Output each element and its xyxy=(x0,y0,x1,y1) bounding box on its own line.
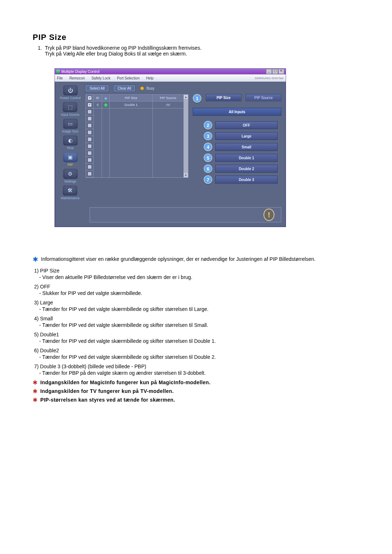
list-title: OFF xyxy=(40,284,50,290)
list-desc: - Tænder for PIP ved det valgte skærmbil… xyxy=(39,306,363,312)
callout-1: 1 xyxy=(193,94,201,103)
star-red-icon: ✱ xyxy=(33,388,37,395)
option-small[interactable]: Small xyxy=(215,143,278,151)
info-paragraph: Informationsgitteret viser en række grun… xyxy=(41,256,315,263)
note-magicinfo: Indgangskilden for MagicInfo fungerer ku… xyxy=(40,379,211,386)
list-desc: - Tænder for PIP ved det valgte skærmbil… xyxy=(39,322,363,328)
sidebar-item-maintenance[interactable]: 🛠Maintenance xyxy=(61,185,80,200)
list-title: Double2 xyxy=(40,348,59,353)
callout-7: 7 xyxy=(204,175,212,184)
imagesize-icon: ▭ xyxy=(63,119,78,129)
menu-item[interactable]: Safety Lock xyxy=(91,76,110,80)
sidebar-item-power[interactable]: ⏻Power Control xyxy=(60,85,81,100)
option-off[interactable]: OFF xyxy=(215,121,278,129)
list-num: 1) xyxy=(34,268,38,274)
row-checkbox[interactable] xyxy=(87,123,92,128)
app-window: Multiple Display Control _ ▢ ✕ File Remo… xyxy=(54,68,286,227)
list-desc: - Viser den aktuelle PIP Billedstørrelse… xyxy=(39,274,363,280)
row-checkbox[interactable] xyxy=(87,165,92,169)
maximize-button[interactable]: ▢ xyxy=(272,69,278,74)
cell-pipsource: AV xyxy=(153,102,183,108)
list-title: Small xyxy=(40,316,53,321)
tab-pip-size[interactable]: PIP Size xyxy=(206,94,241,101)
list-num: 5) xyxy=(34,332,38,337)
list-desc: - Tænder for PIP ved det valgte skærmbil… xyxy=(39,338,363,344)
col-head-check xyxy=(86,95,93,102)
grid-scrollbar[interactable]: ▲ ▼ xyxy=(183,95,188,177)
col-head-pipsource: PIP Source xyxy=(153,95,183,102)
right-panel: 1 PIP Size PIP Source All Inputs 2OFF 3L… xyxy=(193,85,281,200)
sidebar-item-pip[interactable]: ▣PIP xyxy=(63,152,78,167)
menu-item[interactable]: Remocon xyxy=(69,76,85,80)
busy-dot-icon xyxy=(140,86,144,90)
intro-block: 1. Tryk på PIP bland hovedikonerne og PI… xyxy=(38,45,363,57)
intro-num: 1. xyxy=(38,45,42,57)
star-red-icon: ✱ xyxy=(33,397,37,403)
sidebar-item-label: Image Size xyxy=(62,130,78,133)
star-blue-icon: ✱ xyxy=(33,255,38,263)
col-head-status: ◉ xyxy=(102,95,109,102)
row-checkbox[interactable] xyxy=(87,144,92,148)
row-checkbox[interactable] xyxy=(87,103,92,107)
list-desc: - Tænder for PIP ved det valgte skærmbil… xyxy=(39,354,363,360)
row-checkbox[interactable] xyxy=(87,116,92,121)
list-num: 6) xyxy=(34,348,38,353)
list-title: PIP Size xyxy=(40,268,59,274)
sidebar-item-label: Settings xyxy=(64,180,76,183)
option-large[interactable]: Large xyxy=(215,132,278,140)
sidebar-item-settings[interactable]: ⚙Settings xyxy=(63,169,78,183)
settings-icon: ⚙ xyxy=(63,169,78,179)
sidebar-item-label: Power Control xyxy=(60,96,81,100)
busy-indicator: Busy xyxy=(140,86,154,90)
menu-item[interactable]: File xyxy=(57,76,63,80)
row-checkbox[interactable] xyxy=(87,158,92,162)
warning-icon: ! xyxy=(264,209,274,221)
callout-4: 4 xyxy=(204,143,212,151)
note-tv: Indgangskilden for TV fungerer kun på TV… xyxy=(40,388,174,395)
list-title: Large xyxy=(40,300,53,305)
row-checkbox[interactable] xyxy=(87,151,92,155)
list-desc: - Tænder for PBP på den valgte skærm og … xyxy=(39,370,363,376)
list-desc: - Slukker for PIP ved det valgte skærmbi… xyxy=(39,290,363,296)
row-checkbox[interactable] xyxy=(87,172,92,176)
close-button[interactable]: ✕ xyxy=(278,69,284,74)
power-icon: ⏻ xyxy=(63,85,78,95)
sidebar-item-label: PIP xyxy=(68,163,73,167)
sidebar-item-imagesize[interactable]: ▭Image Size xyxy=(62,119,78,133)
clear-all-button[interactable]: Clear All xyxy=(114,85,135,91)
list-num: 2) xyxy=(34,284,38,290)
minimize-button[interactable]: _ xyxy=(266,69,272,74)
pip-list: 1) PIP Size- Viser den aktuelle PIP Bill… xyxy=(34,268,363,376)
screenshot: Multiple Display Control _ ▢ ✕ File Remo… xyxy=(54,68,286,227)
cell-id: 0 xyxy=(94,102,102,108)
scroll-down-icon[interactable]: ▼ xyxy=(184,173,188,177)
scroll-up-icon[interactable]: ▲ xyxy=(184,95,188,99)
row-checkbox[interactable] xyxy=(87,130,92,135)
pip-icon: ▣ xyxy=(63,152,78,162)
sidebar-item-time[interactable]: ◐Time xyxy=(63,135,78,150)
sidebar: ⏻Power Control ⬚Input Source ▭Image Size… xyxy=(59,85,81,200)
menu-item[interactable]: Help xyxy=(146,76,154,80)
checkbox-icon[interactable] xyxy=(87,96,92,100)
cell-pipsize: Double 1 xyxy=(110,102,152,108)
option-double2[interactable]: Double 2 xyxy=(215,165,278,173)
star-red-icon: ✱ xyxy=(33,379,37,386)
callout-2: 2 xyxy=(204,121,212,130)
col-head-pipsize: PIP Size xyxy=(110,95,152,102)
select-all-button[interactable]: Select All xyxy=(86,85,109,91)
info-row: ✱ Informationsgitteret viser en række gr… xyxy=(33,256,363,263)
list-title: Double 3 (3-dobbelt) (billede ved billed… xyxy=(40,364,146,369)
window-title: Multiple Display Control xyxy=(61,70,99,74)
list-num: 7) xyxy=(34,364,38,369)
option-double1[interactable]: Double 1 xyxy=(215,154,278,162)
sidebar-item-label: Time xyxy=(67,146,74,150)
row-checkbox[interactable] xyxy=(87,137,92,141)
page-title: PIP Size xyxy=(33,33,363,42)
input-icon: ⬚ xyxy=(63,102,77,112)
option-double3[interactable]: Double 3 xyxy=(215,176,278,184)
tab-pip-source[interactable]: PIP Source xyxy=(246,94,281,101)
row-checkbox[interactable] xyxy=(87,110,92,114)
maintenance-icon: 🛠 xyxy=(63,185,77,196)
sidebar-item-input[interactable]: ⬚Input Source xyxy=(61,102,79,116)
menu-item[interactable]: Port Selection xyxy=(117,76,139,80)
